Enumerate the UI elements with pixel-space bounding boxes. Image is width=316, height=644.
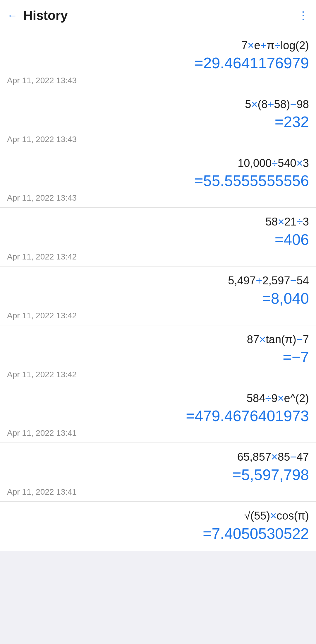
expression: 7×e+π÷log(2) [7,38,309,53]
result: =406 [7,230,309,249]
expression: 5,497+2,597−54 [7,274,309,288]
history-item[interactable]: 5,497+2,597−54=8,040Apr 11, 2022 13:42 [0,267,316,325]
result: =8,040 [7,289,309,308]
more-options-button[interactable]: ⋮ [298,9,309,22]
history-item[interactable]: 584÷9×e^(2)=479.4676401973Apr 11, 2022 1… [0,384,316,443]
expression: 65,857×85−47 [7,450,309,464]
result: =−7 [7,348,309,366]
expression: 87×tan(π)−7 [7,332,309,347]
page-title: History [23,8,68,23]
result: =55.5555555556 [7,172,309,190]
result: =29.4641176979 [7,54,309,72]
timestamp: Apr 11, 2022 13:42 [7,252,309,262]
history-item[interactable]: 87×tan(π)−7=−7Apr 11, 2022 13:42 [0,325,316,384]
history-item[interactable]: 65,857×85−47=5,597,798Apr 11, 2022 13:41 [0,443,316,502]
history-item[interactable]: 58×21÷3=406Apr 11, 2022 13:42 [0,208,316,267]
back-button[interactable]: ← [7,10,18,21]
timestamp: Apr 11, 2022 13:42 [7,311,309,320]
timestamp: Apr 11, 2022 13:41 [7,487,309,497]
expression: 10,000÷540×3 [7,156,309,170]
history-item[interactable]: 7×e+π÷log(2)=29.4641176979Apr 11, 2022 1… [0,31,316,90]
result: =7.4050530522 [7,525,309,543]
result: =232 [7,113,309,131]
timestamp: Apr 11, 2022 13:43 [7,135,309,144]
history-list: 7×e+π÷log(2)=29.4641176979Apr 11, 2022 1… [0,31,316,551]
expression: 5×(8+58)−98 [7,97,309,112]
result: =5,597,798 [7,466,309,484]
expression: 58×21÷3 [7,215,309,229]
timestamp: Apr 11, 2022 13:43 [7,193,309,203]
timestamp: Apr 11, 2022 13:42 [7,370,309,379]
timestamp: Apr 11, 2022 13:43 [7,76,309,85]
history-item[interactable]: √(55)×cos(π)=7.4050530522 [0,502,316,551]
history-item[interactable]: 10,000÷540×3=55.5555555556Apr 11, 2022 1… [0,149,316,208]
timestamp: Apr 11, 2022 13:41 [7,428,309,438]
expression: 584÷9×e^(2) [7,391,309,406]
history-item[interactable]: 5×(8+58)−98=232Apr 11, 2022 13:43 [0,90,316,149]
app-header: ← History ⋮ [0,0,316,31]
expression: √(55)×cos(π) [7,509,309,523]
result: =479.4676401973 [7,407,309,425]
header-left: ← History [7,8,68,23]
